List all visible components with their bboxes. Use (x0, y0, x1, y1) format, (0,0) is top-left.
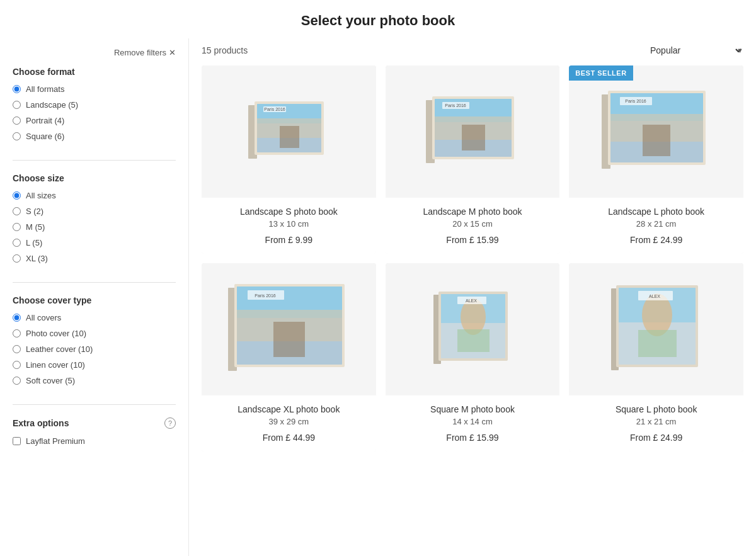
cover-filter-section: Choose cover type All covers Photo cover… (13, 295, 176, 405)
format-option-square[interactable]: Square (6) (13, 132, 176, 141)
sort-select[interactable]: Popular Price: Low to High Price: High t… (648, 45, 743, 56)
cover-filter-title: Choose cover type (13, 295, 176, 305)
svg-text:Paris 2016: Paris 2016 (255, 293, 276, 298)
svg-rect-29 (273, 322, 305, 357)
best-seller-badge: BEST SELLER (569, 65, 633, 81)
product-card-3[interactable]: BEST SELLER Paris 2016 Landscape L photo… (569, 65, 743, 254)
sort-wrapper[interactable]: Popular Price: Low to High Price: High t… (648, 45, 743, 56)
size-option-m[interactable]: M (5) (13, 222, 176, 232)
svg-rect-37 (457, 329, 490, 352)
product-area-header: 15 products Popular Price: Low to High P… (202, 45, 743, 56)
product-dimensions: 20 x 15 cm (452, 219, 493, 229)
svg-rect-5 (280, 126, 299, 148)
size-filter-title: Choose size (13, 173, 176, 183)
product-dimensions: 39 x 29 cm (269, 417, 309, 426)
product-dimensions: 13 x 10 cm (269, 219, 309, 229)
product-price: From £ 44.99 (263, 433, 315, 443)
size-filter-section: Choose size All sizes S (2) M (5) L (5) (13, 173, 176, 283)
product-name: Landscape M photo book (423, 207, 522, 217)
product-info: Landscape M photo book 20 x 15 cm From £… (386, 198, 560, 254)
product-name: Landscape L photo book (608, 207, 704, 217)
svg-text:ALEX: ALEX (466, 298, 477, 303)
product-image-container: ALEX (386, 263, 560, 395)
size-option-s[interactable]: S (2) (13, 207, 176, 216)
product-price: From £ 24.99 (630, 433, 682, 443)
cover-option-photo[interactable]: Photo cover (10) (13, 329, 176, 338)
format-filter-section: Choose format All formats Landscape (5) … (13, 67, 176, 161)
product-card-1[interactable]: Paris 2016 Landscape S photo book 13 x 1… (202, 65, 376, 254)
cover-option-all[interactable]: All covers (13, 313, 176, 322)
product-card-2[interactable]: Paris 2016 Landscape M photo book 20 x 1… (386, 65, 560, 254)
remove-filters-button[interactable]: Remove filters ✕ (13, 45, 176, 67)
product-price: From £ 24.99 (630, 235, 682, 245)
product-info: Landscape XL photo book 39 x 29 cm From … (202, 395, 376, 451)
size-option-xl[interactable]: XL (3) (13, 254, 176, 263)
product-card-5[interactable]: ALEX Square M photo book 14 x 14 cm From… (386, 263, 560, 451)
product-price: From £ 9.99 (265, 235, 312, 245)
product-dimensions: 14 x 14 cm (452, 417, 493, 426)
product-image-container: Paris 2016 (386, 65, 560, 198)
svg-text:ALEX: ALEX (649, 294, 660, 298)
cover-option-soft[interactable]: Soft cover (5) (13, 376, 176, 385)
product-image-container: Paris 2016 (202, 263, 376, 395)
product-info: Square L photo book 21 x 21 cm From £ 24… (569, 395, 743, 451)
format-option-all[interactable]: All formats (13, 84, 176, 94)
product-area: 15 products Popular Price: Low to High P… (189, 38, 756, 556)
svg-text:Paris 2016: Paris 2016 (265, 107, 286, 111)
extra-option-layflat[interactable]: Layflat Premium (13, 436, 176, 446)
size-option-l[interactable]: L (5) (13, 238, 176, 247)
product-card-6[interactable]: ALEX Square L photo book 21 x 21 cm From… (569, 263, 743, 451)
svg-rect-45 (638, 330, 677, 357)
format-option-landscape[interactable]: Landscape (5) (13, 100, 176, 110)
product-name: Landscape XL photo book (238, 404, 340, 414)
product-info: Square M photo book 14 x 14 cm From £ 15… (386, 395, 560, 451)
product-image-container: Paris 2016 (202, 65, 376, 198)
product-price: From £ 15.99 (446, 235, 498, 245)
cover-option-leather[interactable]: Leather cover (10) (13, 344, 176, 354)
product-image-container: Paris 2016 (569, 65, 743, 198)
product-name: Square L photo book (616, 404, 697, 414)
format-option-portrait[interactable]: Portrait (4) (13, 116, 176, 125)
sidebar: Remove filters ✕ Choose format All forma… (0, 38, 189, 556)
product-image-container: ALEX (569, 263, 743, 395)
product-name: Landscape S photo book (240, 207, 338, 217)
product-name: Square M photo book (430, 404, 515, 414)
extra-options-section: Extra options ? Layflat Premium (13, 417, 176, 465)
svg-rect-13 (462, 125, 485, 150)
product-info: Landscape L photo book 28 x 21 cm From £… (569, 198, 743, 254)
page-title: Select your photo book (0, 0, 756, 38)
cover-option-linen[interactable]: Linen cover (10) (13, 360, 176, 370)
page-wrapper: Select your photo book Remove filters ✕ … (0, 0, 756, 556)
format-filter-title: Choose format (13, 67, 176, 77)
extra-options-title: Extra options (13, 418, 69, 428)
svg-text:Paris 2016: Paris 2016 (445, 103, 466, 108)
product-count: 15 products (202, 45, 248, 55)
main-content: Remove filters ✕ Choose format All forma… (0, 38, 756, 556)
product-dimensions: 21 x 21 cm (636, 417, 677, 426)
size-option-all[interactable]: All sizes (13, 191, 176, 200)
product-card-4[interactable]: Paris 2016 Landscape XL photo book 39 x … (202, 263, 376, 451)
svg-rect-21 (643, 125, 670, 156)
product-price: From £ 15.99 (446, 433, 498, 443)
help-icon[interactable]: ? (164, 417, 176, 429)
svg-text:Paris 2016: Paris 2016 (625, 99, 646, 103)
product-dimensions: 28 x 21 cm (636, 219, 677, 229)
products-grid: Paris 2016 Landscape S photo book 13 x 1… (202, 65, 743, 451)
product-info: Landscape S photo book 13 x 10 cm From £… (202, 198, 376, 254)
